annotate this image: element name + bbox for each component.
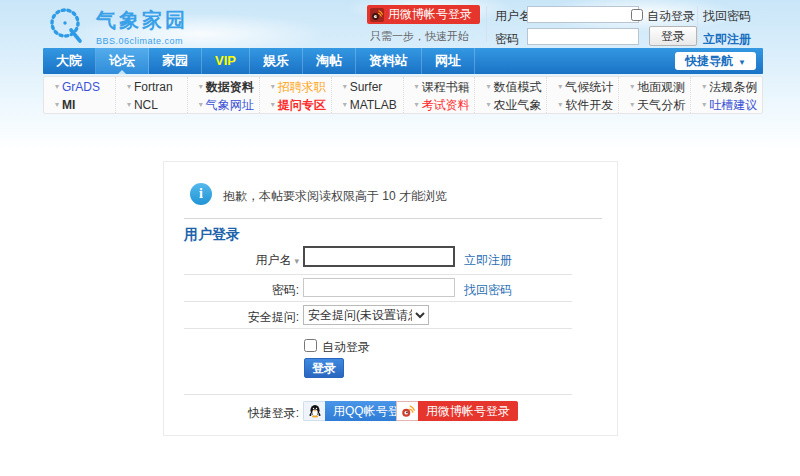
weibo-login-label: 用微博帐号登录 — [418, 401, 518, 421]
divider — [184, 301, 572, 302]
header-divider-2 — [697, 6, 698, 42]
login-heading: 用户登录 — [184, 226, 240, 244]
nav-item-taotie[interactable]: 淘帖 — [303, 48, 356, 74]
subnav-weather-analysis[interactable]: 天气分析 — [630, 96, 690, 114]
security-question-select[interactable]: 安全提问(未设置请忽略) — [303, 305, 429, 325]
subnav-column: 课程书籍 考试资料 — [404, 77, 476, 113]
weibo-icon — [370, 8, 384, 22]
subnav-feedback[interactable]: 吐槽建议 — [702, 96, 762, 114]
weibo-tagline: 只需一步，快速开始 — [370, 29, 469, 44]
subnav-data[interactable]: 数据资料 — [199, 78, 259, 96]
header-password-label: 密码 — [495, 31, 519, 48]
weibo-login-button[interactable]: 用微博帐号登录 — [396, 401, 518, 421]
subnav-column: 气候统计 软件开发 — [547, 77, 619, 113]
subnav-mi[interactable]: MI — [55, 96, 115, 114]
quick-login-label: 快捷登录: — [164, 405, 299, 422]
quick-nav-button[interactable]: 快捷导航 — [675, 52, 756, 70]
header-password-input[interactable] — [527, 28, 639, 45]
subnav-fortran[interactable]: Fortran — [127, 78, 187, 96]
subnav-exam-materials[interactable]: 考试资料 — [415, 96, 475, 114]
nav-item-vip[interactable]: VIP — [202, 48, 250, 74]
subnav-climate-statistics[interactable]: 气候统计 — [558, 78, 618, 96]
site-title: 气象家园 — [96, 7, 188, 34]
nav-item-websites[interactable]: 网址 — [422, 48, 475, 74]
site-logo[interactable]: 气象家园 BBS.06climate.com — [44, 4, 188, 46]
login-panel: i 抱歉，本帖要求阅读权限高于 10 才能浏览 用户登录 用户名 立即注册 密码… — [163, 161, 618, 436]
find-password-link[interactable]: 找回密码 — [464, 282, 512, 299]
login-button[interactable]: 登录 — [304, 358, 344, 378]
divider — [184, 218, 602, 219]
subnav-column: 数值模式 农业气象 — [475, 77, 547, 113]
subnav-numerical-models[interactable]: 数值模式 — [486, 78, 546, 96]
subnav-ground-observation[interactable]: 地面观测 — [630, 78, 690, 96]
subnav-agro-meteorology[interactable]: 农业气象 — [486, 96, 546, 114]
username-label: 用户名 — [164, 252, 299, 269]
auto-login-checkbox[interactable] — [304, 339, 317, 352]
nav-item-entertainment[interactable]: 娱乐 — [250, 48, 303, 74]
weibo-icon — [396, 401, 418, 421]
weibo-login-button-top[interactable]: 用微博帐号登录 — [367, 5, 480, 24]
subnav-column: 法规条例 吐槽建议 — [691, 77, 762, 113]
divider — [184, 328, 572, 329]
divider — [184, 394, 572, 395]
permission-notice: 抱歉，本帖要求阅读权限高于 10 才能浏览 — [223, 188, 447, 205]
subnav-courses[interactable]: 课程书籍 — [415, 78, 475, 96]
password-input[interactable] — [303, 278, 455, 297]
subnav-column: 数据资料 气象网址 — [188, 77, 260, 113]
header-username-input[interactable] — [527, 6, 639, 23]
security-question-label: 安全提问: — [164, 309, 299, 326]
nav-item-dayuan[interactable]: 大院 — [43, 48, 96, 74]
subnav-weather-sites[interactable]: 气象网址 — [199, 96, 259, 114]
nav-item-home[interactable]: 家园 — [149, 48, 202, 74]
subnav-questions[interactable]: 提问专区 — [271, 96, 331, 114]
password-label: 密码: — [164, 282, 299, 299]
nav-item-data-station[interactable]: 资料站 — [356, 48, 422, 74]
sub-nav: GrADS MI Fortran NCL 数据资料 气象网址 招聘求职 提问专区… — [43, 76, 763, 114]
subnav-jobs[interactable]: 招聘求职 — [271, 78, 331, 96]
subnav-software-dev[interactable]: 软件开发 — [558, 96, 618, 114]
register-link[interactable]: 立即注册 — [464, 252, 512, 269]
username-input[interactable] — [303, 246, 455, 267]
header-auto-login-label[interactable]: 自动登录 — [647, 8, 695, 25]
nav-item-forum[interactable]: 论坛 — [96, 48, 149, 74]
qq-icon — [303, 401, 325, 421]
subnav-grads[interactable]: GrADS — [55, 78, 115, 96]
divider — [184, 274, 572, 275]
weibo-login-label: 用微博帐号登录 — [388, 6, 472, 23]
header-auto-login-checkbox[interactable] — [631, 9, 643, 21]
site-subtitle: BBS.06climate.com — [96, 36, 188, 46]
subnav-column: 地面观测 天气分析 — [619, 77, 691, 113]
find-password-link-top[interactable]: 找回密码 — [703, 8, 751, 25]
header-login-button[interactable]: 登录 — [649, 26, 697, 46]
subnav-surfer[interactable]: Surfer — [343, 78, 403, 96]
auto-login-label[interactable]: 自动登录 — [322, 339, 370, 356]
subnav-regulations[interactable]: 法规条例 — [702, 78, 762, 96]
sun-logo-icon — [44, 4, 92, 46]
subnav-column: Surfer MATLAB — [332, 77, 404, 113]
subnav-column: Fortran NCL — [116, 77, 188, 113]
info-icon: i — [190, 183, 212, 205]
subnav-column: 招聘求职 提问专区 — [260, 77, 332, 113]
subnav-column: GrADS MI — [44, 77, 116, 113]
header-divider-1 — [486, 6, 487, 42]
register-link-top[interactable]: 立即注册 — [703, 31, 751, 48]
main-nav: 大院 论坛 家园 VIP 娱乐 淘帖 资料站 网址 快捷导航 — [43, 48, 763, 74]
page: 气象家园 BBS.06climate.com 用微博帐号登录 只需一步，快速开始… — [0, 0, 800, 476]
logo-text: 气象家园 BBS.06climate.com — [96, 4, 188, 46]
subnav-ncl[interactable]: NCL — [127, 96, 187, 114]
subnav-matlab[interactable]: MATLAB — [343, 96, 403, 114]
